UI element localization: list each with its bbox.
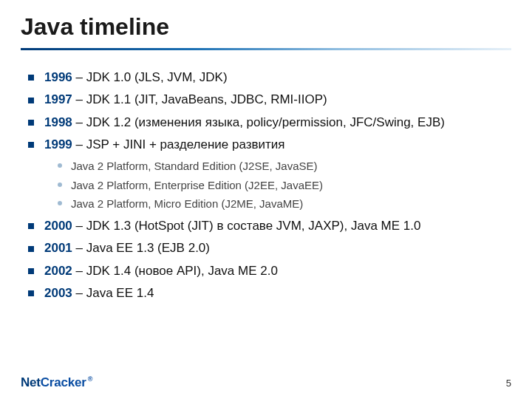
bullet-text: – JDK 1.0 (JLS, JVM, JDK) bbox=[72, 70, 228, 84]
sub-item: Java 2 Platform, Enterprise Edition (J2E… bbox=[58, 176, 510, 195]
page-number: 5 bbox=[506, 378, 511, 389]
sub-list: Java 2 Platform, Standard Edition (J2SE,… bbox=[44, 157, 510, 214]
bullet-item: 2001 – Java EE 1.3 (EJB 2.0) bbox=[28, 239, 510, 258]
slide-title: Java timeline bbox=[0, 0, 532, 45]
bullet-text: – JDK 1.1 (JIT, JavaBeans, JDBC, RMI-IIO… bbox=[72, 92, 327, 106]
bullet-item: 1998 – JDK 1.2 (изменения языка, policy/… bbox=[28, 113, 510, 132]
logo-text-cracker: Cracker bbox=[41, 375, 86, 389]
slide: Java timeline 1996 – JDK 1.0 (JLS, JVM, … bbox=[0, 0, 532, 399]
bullet-item: 2003 – Java EE 1.4 bbox=[28, 284, 510, 303]
logo-registered: ® bbox=[88, 375, 92, 383]
bullet-text: – Java EE 1.3 (EJB 2.0) bbox=[72, 241, 210, 255]
sub-item: Java 2 Platform, Standard Edition (J2SE,… bbox=[58, 157, 510, 176]
bullet-year: 2001 bbox=[44, 241, 72, 255]
bullet-text: – Java EE 1.4 bbox=[72, 286, 154, 300]
bullet-item: 1997 – JDK 1.1 (JIT, JavaBeans, JDBC, RM… bbox=[28, 90, 510, 109]
bullet-item: 2000 – JDK 1.3 (HotSpot (JIT) в составе … bbox=[28, 216, 510, 236]
logo: NetCracker® bbox=[21, 375, 92, 390]
bullet-text: – JSP + JINI + разделение развития bbox=[72, 137, 285, 151]
bullet-list: 1996 – JDK 1.0 (JLS, JVM, JDK)1997 – JDK… bbox=[28, 68, 510, 303]
footer: NetCracker® 5 bbox=[0, 371, 532, 390]
bullet-year: 1999 bbox=[44, 137, 72, 151]
bullet-text: – JDK 1.3 (HotSpot (JIT) в составе JVM, … bbox=[72, 219, 421, 233]
bullet-item: 1996 – JDK 1.0 (JLS, JVM, JDK) bbox=[28, 68, 510, 87]
bullet-item: 2002 – JDK 1.4 (новое API), Java ME 2.0 bbox=[28, 262, 510, 281]
bullet-year: 1997 bbox=[44, 92, 72, 106]
bullet-item: 1999 – JSP + JINI + разделение развитияJ… bbox=[28, 135, 510, 214]
bullet-year: 2000 bbox=[44, 219, 72, 233]
content-area: 1996 – JDK 1.0 (JLS, JVM, JDK)1997 – JDK… bbox=[0, 50, 532, 303]
bullet-year: 1996 bbox=[44, 70, 72, 84]
logo-text-net: Net bbox=[21, 375, 41, 389]
bullet-year: 2002 bbox=[44, 264, 72, 278]
bullet-year: 2003 bbox=[44, 286, 72, 300]
bullet-year: 1998 bbox=[44, 115, 72, 129]
bullet-text: – JDK 1.4 (новое API), Java ME 2.0 bbox=[72, 264, 278, 278]
sub-item: Java 2 Platform, Micro Edition (J2ME, Ja… bbox=[58, 194, 510, 214]
bullet-text: – JDK 1.2 (изменения языка, policy/permi… bbox=[72, 115, 445, 129]
